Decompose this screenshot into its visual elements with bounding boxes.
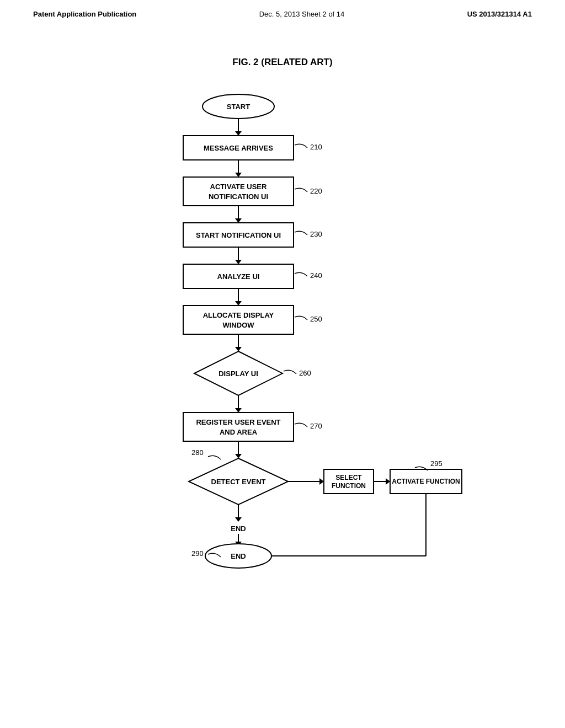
svg-text:WINDOW: WINDOW (222, 321, 254, 329)
svg-text:START NOTIFICATION UI: START NOTIFICATION UI (196, 231, 281, 239)
svg-text:DETECT EVENT: DETECT EVENT (211, 478, 266, 486)
svg-marker-24 (235, 301, 242, 306)
svg-text:MESSAGE ARRIVES: MESSAGE ARRIVES (204, 144, 273, 152)
svg-text:ACTIVATE FUNCTION: ACTIVATE FUNCTION (392, 478, 460, 485)
page-header: Patent Application Publication Dec. 5, 2… (0, 0, 565, 24)
svg-rect-36 (183, 413, 294, 441)
svg-marker-46 (319, 478, 324, 485)
svg-marker-14 (235, 218, 242, 223)
svg-marker-51 (386, 478, 390, 485)
svg-text:260: 260 (299, 369, 311, 377)
svg-marker-41 (235, 454, 242, 458)
svg-text:270: 270 (310, 422, 322, 430)
svg-text:AND AREA: AND AREA (220, 428, 258, 436)
svg-text:ANALYZE UI: ANALYZE UI (217, 272, 260, 281)
svg-text:FUNCTION: FUNCTION (332, 482, 366, 490)
svg-text:ACTIVATE USER: ACTIVATE USER (210, 183, 267, 191)
figure-title: FIG. 2 (RELATED ART) (0, 57, 565, 68)
svg-text:240: 240 (310, 271, 322, 280)
svg-text:295: 295 (430, 459, 443, 468)
svg-rect-47 (324, 469, 374, 494)
header-right: US 2013/321314 A1 (467, 10, 532, 18)
svg-marker-35 (235, 408, 242, 413)
svg-text:START: START (227, 103, 250, 111)
svg-marker-56 (235, 517, 242, 522)
svg-text:REGISTER USER EVENT: REGISTER USER EVENT (196, 418, 280, 426)
svg-text:250: 250 (310, 315, 322, 323)
svg-marker-3 (235, 131, 242, 136)
header-left: Patent Application Publication (33, 10, 136, 18)
svg-rect-9 (183, 177, 294, 206)
svg-text:END: END (231, 552, 246, 560)
svg-rect-25 (183, 306, 294, 334)
header-center: Dec. 5, 2013 Sheet 2 of 14 (259, 10, 345, 18)
svg-marker-19 (235, 260, 242, 264)
svg-text:210: 210 (310, 143, 322, 151)
svg-text:220: 220 (310, 187, 322, 195)
svg-text:NOTIFICATION UI: NOTIFICATION UI (209, 192, 268, 201)
svg-text:SELECT: SELECT (335, 474, 362, 481)
svg-marker-30 (235, 347, 242, 351)
svg-text:DISPLAY UI: DISPLAY UI (218, 370, 258, 378)
svg-marker-8 (235, 173, 242, 177)
svg-text:230: 230 (310, 230, 322, 238)
flowchart: START MESSAGE ARRIVES 210 ACTIVATE USER … (0, 90, 565, 603)
svg-text:ALLOCATE DISPLAY: ALLOCATE DISPLAY (203, 311, 274, 319)
svg-text:280: 280 (191, 448, 204, 457)
flowchart-svg: START MESSAGE ARRIVES 210 ACTIVATE USER … (95, 90, 470, 570)
svg-text:END: END (231, 524, 246, 533)
svg-text:290: 290 (191, 549, 204, 558)
